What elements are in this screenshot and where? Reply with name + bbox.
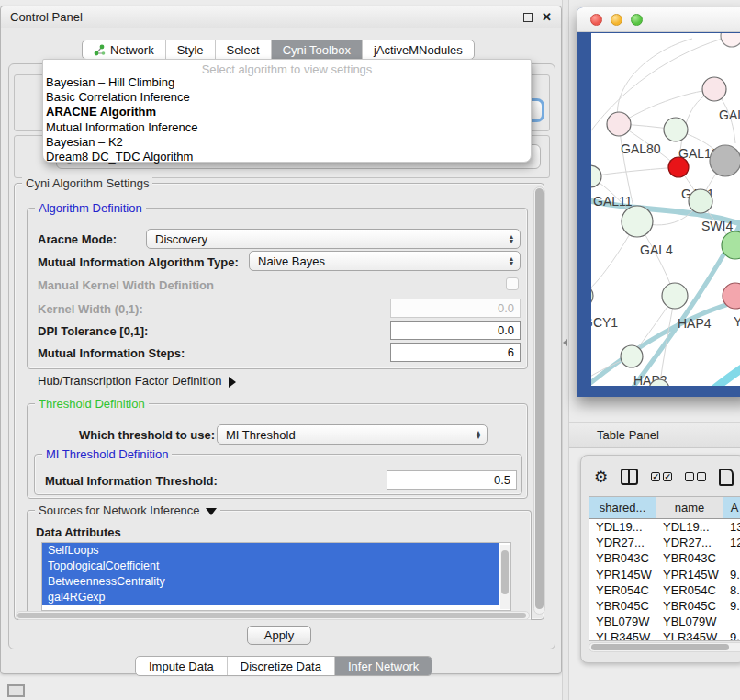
- dpi-tolerance-field[interactable]: 0.0: [390, 321, 521, 340]
- tab-network[interactable]: Network: [83, 40, 165, 59]
- network-edge[interactable]: [617, 39, 692, 124]
- node-label-gal4: GAL4: [640, 243, 673, 257]
- table-row[interactable]: YDR27...YDR27...12: [589, 535, 740, 550]
- table-row[interactable]: YBR043CYBR043C: [589, 550, 740, 566]
- table-row[interactable]: YBL079WYBL079W: [589, 614, 740, 629]
- mi-algorithm-type-label: Mutual Information Algorithm Type:: [38, 255, 239, 269]
- network-node-gal2[interactable]: [702, 77, 726, 101]
- attribute-item-topologicalcoefficient[interactable]: TopologicalCoefficient: [42, 559, 499, 574]
- combo-arrows-icon: ▲▼: [505, 234, 520, 243]
- expand-right-icon: [229, 377, 236, 388]
- column-header-a[interactable]: A: [723, 497, 740, 518]
- settings-horizontal-scrollbar[interactable]: [16, 611, 530, 620]
- network-node-hap2[interactable]: [621, 345, 643, 367]
- mi-threshold-field[interactable]: 0.5: [387, 470, 517, 490]
- tab-select[interactable]: Select: [215, 40, 271, 59]
- network-canvas[interactable]: GAL2GAL80GAL10GAL1GAL11SWI4GAL4GCY1HAP4Y…: [591, 33, 740, 386]
- dropdown-item-dream8-dc-tdc-algorithm[interactable]: Dream8 DC_TDC Algorithm: [43, 150, 531, 164]
- network-node-hap4[interactable]: [662, 283, 688, 309]
- combo-arrows-icon: ▲▼: [472, 430, 487, 439]
- table-panel-bar: Table Panel: [569, 422, 740, 448]
- hub-definition-toggle[interactable]: Hub/Transcription Factor Definition: [38, 374, 236, 388]
- cyni-bottom-tabbar: Impute DataDiscretize DataInfer Network: [135, 656, 432, 676]
- which-threshold-label: Which threshold to use:: [79, 428, 215, 442]
- table-row[interactable]: YER054CYER054C8.: [589, 582, 740, 598]
- close-icon[interactable]: ✕: [542, 13, 552, 22]
- network-edge[interactable]: [619, 89, 714, 124]
- network-node-gal11[interactable]: [591, 165, 601, 187]
- columns-icon[interactable]: [621, 469, 638, 485]
- settings-vertical-scrollbar[interactable]: [533, 186, 545, 615]
- dropdown-item-basic-correlation-inference[interactable]: Basic Correlation Inference: [43, 90, 531, 105]
- algorithm-definition-title: Algorithm Definition: [35, 201, 146, 215]
- list-vertical-scrollbar[interactable]: [500, 545, 510, 609]
- subtab-discretize-data[interactable]: Discretize Data: [227, 657, 334, 675]
- aracne-mode-combo[interactable]: Discovery ▲▼: [146, 229, 521, 249]
- mac-close-icon[interactable]: [590, 14, 602, 26]
- network-node[interactable]: [721, 33, 740, 47]
- select-all-columns-icon[interactable]: ✓✓: [651, 472, 672, 481]
- attribute-item-gal4rgexp[interactable]: gal4RGexp: [42, 590, 499, 605]
- dropdown-item-aracne-algorithm[interactable]: ARACNE Algorithm: [43, 105, 531, 119]
- network-node[interactable]: [710, 145, 740, 176]
- mac-zoom-icon[interactable]: [631, 14, 643, 26]
- node-table: shared...nameA YDL19...YDL19...13YDR27..…: [589, 496, 740, 641]
- network-node-swi4[interactable]: [689, 189, 712, 213]
- table-row[interactable]: YBR045CYBR045C9.: [589, 598, 740, 614]
- manual-kernel-width-label: Manual Kernel Width Definition: [38, 278, 214, 292]
- attribute-item-betweennesscentrality[interactable]: BetweennessCentrality: [42, 574, 499, 590]
- network-window-titlebar[interactable]: [577, 7, 740, 32]
- mi-threshold-label: Mutual Information Threshold:: [45, 474, 218, 488]
- network-node-gal4[interactable]: [622, 206, 653, 237]
- network-edge[interactable]: [700, 360, 740, 386]
- network-node-gal1[interactable]: [668, 157, 689, 177]
- mi-algorithm-type-combo[interactable]: Naive Bayes ▲▼: [249, 251, 521, 271]
- table-row[interactable]: YDL19...YDL19...13: [589, 519, 740, 535]
- network-node-gal10[interactable]: [664, 118, 688, 141]
- unselect-all-columns-icon[interactable]: [685, 472, 706, 481]
- control-panel-titlebar[interactable]: Control Panel ✕: [1, 6, 561, 28]
- sources-group-title[interactable]: Sources for Network Inference: [35, 503, 220, 517]
- network-node-gal80[interactable]: [607, 112, 631, 136]
- window-title: Control Panel: [10, 10, 83, 24]
- tab-jactivemnodules[interactable]: jActiveMNodules: [362, 40, 474, 59]
- which-threshold-combo[interactable]: MI Threshold ▲▼: [217, 424, 488, 445]
- minimized-panel-icon[interactable]: [7, 684, 25, 697]
- export-table-icon[interactable]: [719, 469, 734, 486]
- dropdown-item-mutual-information-inference[interactable]: Mutual Information Inference: [43, 120, 531, 135]
- table-row[interactable]: YPR145WYPR145W9.: [589, 567, 740, 582]
- mac-minimize-icon[interactable]: [611, 14, 622, 26]
- gear-icon[interactable]: ⚙: [594, 469, 608, 485]
- manual-kernel-width-checkbox[interactable]: [506, 277, 519, 290]
- divider-collapse-icon[interactable]: [563, 339, 567, 346]
- dropdown-item-bayesian-k2[interactable]: Bayesian – K2: [43, 135, 531, 150]
- table-row[interactable]: YLR345WYLR345W9.: [589, 629, 740, 641]
- control-panel-tabbar: NetworkStyleSelectCyni ToolboxjActiveMNo…: [82, 40, 475, 60]
- column-header-name[interactable]: name: [656, 497, 723, 518]
- tab-style[interactable]: Style: [165, 40, 215, 59]
- split-pane-divider[interactable]: [562, 0, 569, 700]
- node-label-y: Y: [734, 314, 740, 329]
- attribute-item-selfloops[interactable]: SelfLoops: [42, 543, 499, 559]
- data-attributes-list[interactable]: SelfLoopsTopologicalCoefficientBetweenne…: [41, 542, 511, 611]
- table-horizontal-scrollbar[interactable]: [589, 642, 740, 652]
- tab-cyni-toolbox[interactable]: Cyni Toolbox: [271, 40, 362, 59]
- apply-button[interactable]: Apply: [247, 626, 311, 645]
- kernel-width-field[interactable]: 0.0: [390, 299, 521, 318]
- mi-steps-field[interactable]: 6: [390, 343, 521, 362]
- settings-group-title: Cyni Algorithm Settings: [22, 176, 152, 190]
- network-node-gcy1[interactable]: [591, 285, 593, 307]
- float-window-icon[interactable]: [523, 13, 533, 22]
- table-panel-window: ⚙ ✓✓ shared...nameA YDL19...YDL19...13YD…: [580, 455, 740, 663]
- data-attributes-label: Data Attributes: [36, 525, 121, 539]
- mi-threshold-group-title: MI Threshold Definition: [42, 447, 172, 461]
- node-label-hap4: HAP4: [678, 316, 712, 331]
- dropdown-item-bayesian-hill-climbing[interactable]: Bayesian – Hill Climbing: [43, 75, 531, 90]
- node-label-gal80: GAL80: [621, 141, 661, 156]
- column-header-shared[interactable]: shared...: [589, 497, 656, 518]
- network-graph: GAL2GAL80GAL10GAL1GAL11SWI4GAL4GCY1HAP4Y…: [591, 33, 740, 386]
- subtab-infer-network[interactable]: Infer Network: [334, 657, 432, 675]
- combo-arrows-icon: ▲▼: [505, 256, 520, 265]
- network-edge[interactable]: [591, 167, 678, 176]
- subtab-impute-data[interactable]: Impute Data: [136, 657, 227, 675]
